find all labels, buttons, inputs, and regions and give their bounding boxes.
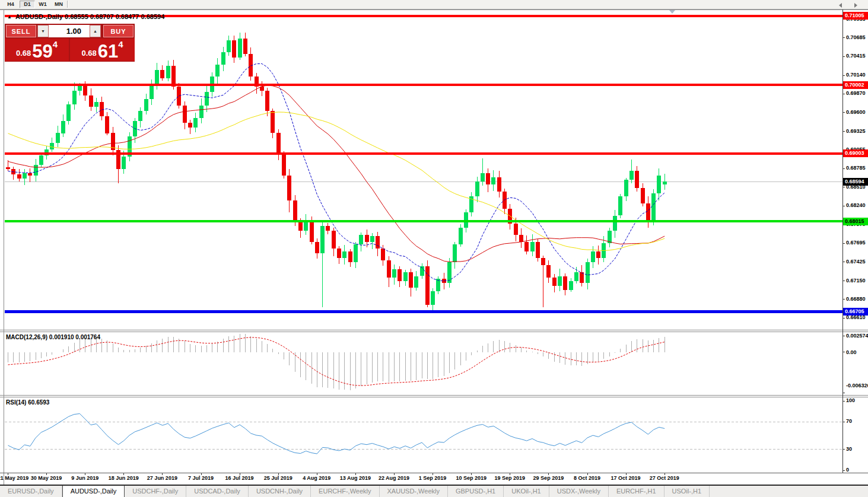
- buy-price-big: 61: [98, 44, 118, 59]
- volume-decrease-button[interactable]: ▼: [37, 25, 49, 37]
- volume-increase-button[interactable]: ▲: [90, 25, 101, 37]
- level-line: [5, 220, 842, 222]
- price-tick-label: 0.67150: [846, 278, 866, 283]
- level-line: [5, 310, 842, 313]
- sell-button[interactable]: SELL: [6, 25, 36, 37]
- date-tick-label: 30 May 2019: [28, 475, 64, 481]
- tab-ukoil-h1[interactable]: UKOil-,H1: [504, 486, 549, 497]
- buy-price-display[interactable]: 0.68 61 4: [70, 39, 135, 61]
- price-tick: [842, 243, 845, 244]
- date-tick-label: 10 Sep 2019: [453, 475, 489, 481]
- rsi-indicator-label: RSI(14) 60.6593: [6, 399, 49, 406]
- price-tick-label: 0.67425: [846, 259, 866, 265]
- date-tick-label: 8 Oct 2019: [570, 475, 605, 481]
- price-tick-label: 0.69870: [846, 90, 866, 96]
- price-tick-label: 0.67695: [846, 240, 866, 246]
- price-tick: [842, 37, 845, 38]
- macd-axis-label: 0.00: [846, 349, 857, 355]
- price-tick: [842, 168, 845, 169]
- tab-gbpusd-h1[interactable]: GBPUSD-,H1: [448, 486, 504, 497]
- price-tick: [842, 112, 845, 113]
- rsi-tick: [842, 401, 845, 402]
- symbol-ohlc-line: ▲AUDUSD-,Daily 0.68555 0.68707 0.68477 0…: [7, 13, 164, 20]
- price-tick-label: 0.69325: [846, 128, 866, 134]
- price-tick: [842, 75, 845, 76]
- tab-scroll-left-icon[interactable]: [839, 3, 842, 8]
- tab-eurchf-h1[interactable]: EURCHF-,H1: [609, 486, 664, 497]
- price-tick-label: 0.70415: [846, 53, 866, 59]
- toolbar-separator: [67, 1, 68, 8]
- level-price-badge: 0.69003: [843, 149, 868, 157]
- chart-left-border: [4, 9, 4, 485]
- price-tick-label: 0.70685: [846, 34, 866, 40]
- level-price-badge: 0.70002: [843, 81, 868, 89]
- tab-usdchf-daily[interactable]: USDCHF-,Daily: [125, 486, 186, 497]
- rsi-axis-label: 0: [846, 467, 849, 473]
- price-tick-label: 0.70140: [846, 72, 866, 78]
- tab-xauusd-weekly[interactable]: XAUUSD-,Weekly: [380, 486, 448, 497]
- price-axis-line: [842, 9, 843, 473]
- tab-usdcad-daily[interactable]: USDCAD-,Daily: [186, 486, 249, 497]
- rsi-axis-label: 30: [846, 446, 852, 452]
- rsi-tick: [842, 422, 845, 422]
- macd-axis-label: -0.006326: [846, 383, 868, 388]
- date-tick-label: 22 Aug 2019: [376, 475, 412, 481]
- buy-button[interactable]: BUY: [103, 25, 133, 37]
- tab-scroll-right-icon[interactable]: [854, 3, 857, 8]
- macd-tick: [842, 336, 845, 336]
- level-price-badge: 0.68015: [843, 218, 868, 225]
- level-price-badge: 0.71005: [843, 12, 868, 20]
- price-tick-label: 0.68785: [846, 165, 866, 171]
- price-tick-label: 0.69600: [846, 109, 866, 115]
- price-tick: [842, 299, 845, 300]
- rsi-tick: [842, 470, 845, 471]
- price-chart-canvas[interactable]: [0, 0, 868, 497]
- timeframe-button-h4[interactable]: H4: [4, 1, 18, 8]
- ma-10-line: [8, 63, 665, 281]
- symbol-tabbar: EURUSD-,DailyAUDUSD-,DailyUSDCHF-,DailyU…: [0, 486, 868, 497]
- buy-price-small: 0.68: [81, 49, 96, 58]
- date-tick-label: 27 Jun 2019: [144, 475, 180, 481]
- macd-rsi-separator: [0, 395, 868, 396]
- tab-eurchf-weekly[interactable]: EURCHF-,Weekly: [311, 486, 379, 497]
- volume-input[interactable]: [49, 25, 90, 37]
- macd-rsi-separator2: [0, 397, 868, 397]
- one-click-trade-panel: SELL ▼ ▲ BUY 0.68 59 4 0.68 61 4: [5, 24, 135, 62]
- timeframe-button-mn[interactable]: MN: [52, 1, 66, 8]
- timeframe-button-d1[interactable]: D1: [20, 1, 35, 8]
- macd-axis-label: 0.002574: [846, 333, 868, 339]
- price-tick-label: 0.66880: [846, 296, 866, 302]
- sell-price-big: 59: [32, 44, 52, 59]
- price-tick: [842, 281, 845, 281]
- date-tick-label: 21 May 2019: [0, 475, 31, 481]
- sell-price-small: 0.68: [16, 49, 31, 58]
- timeframe-button-w1[interactable]: W1: [36, 1, 50, 8]
- price-tick-label: 0.68240: [846, 202, 866, 208]
- price-tick: [842, 318, 845, 318]
- sell-price-pip: 4: [53, 39, 58, 49]
- level-line: [5, 84, 842, 86]
- tab-usdcnh-daily[interactable]: USDCNH-,Daily: [249, 486, 311, 497]
- price-tick: [842, 206, 845, 206]
- buy-price-pip: 4: [118, 39, 123, 49]
- chart-shift-marker-icon[interactable]: [669, 10, 675, 14]
- ma-25-line: [8, 85, 665, 262]
- timeframe-toolbar: H4D1W1MN: [0, 0, 868, 9]
- price-tick: [842, 56, 845, 57]
- main-macd-separator2: [0, 332, 868, 332]
- level-line: [5, 152, 842, 155]
- tab-usdx-weekly[interactable]: USDX-,Weekly: [549, 486, 609, 497]
- price-tick: [842, 262, 845, 262]
- current-price-badge: 0.68594: [843, 178, 868, 186]
- tab-audusd-daily[interactable]: AUDUSD-,Daily: [62, 486, 125, 497]
- tab-usoil-h1[interactable]: USOil-,H1: [664, 486, 710, 497]
- sell-price-display[interactable]: 0.68 59 4: [5, 39, 69, 61]
- price-tick: [842, 94, 845, 94]
- tab-eurusd-daily[interactable]: EURUSD-,Daily: [0, 486, 62, 497]
- rsi-line: [8, 414, 665, 454]
- date-tick-label: 27 Oct 2019: [647, 475, 682, 481]
- price-tick: [842, 187, 845, 187]
- price-tick-label: 0.66610: [846, 314, 866, 320]
- symbol-ohlc-text: AUDUSD-,Daily 0.68555 0.68707 0.68477 0.…: [15, 13, 164, 20]
- date-tick-label: 13 Aug 2019: [338, 475, 373, 481]
